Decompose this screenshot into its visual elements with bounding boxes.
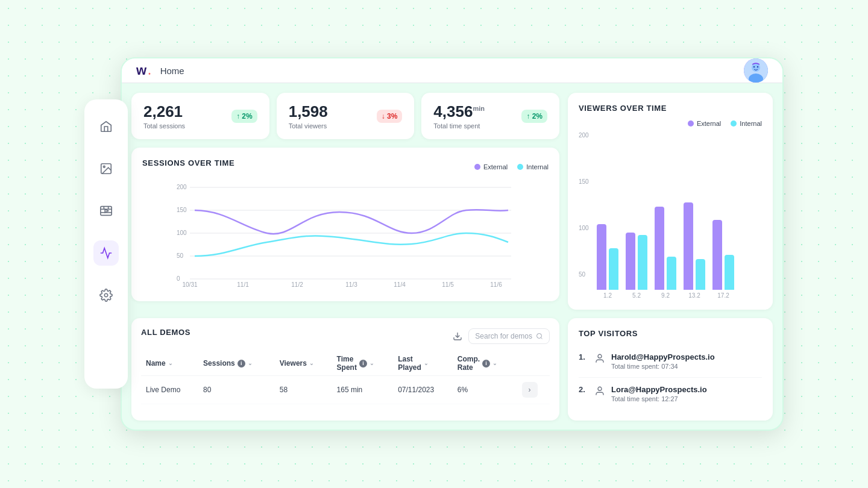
visitor-email-2: Lora@HappyProspects.io bbox=[611, 385, 707, 394]
svg-point-12 bbox=[757, 66, 758, 67]
row-detail-button[interactable]: › bbox=[522, 382, 538, 398]
demos-actions: Search for demos bbox=[453, 328, 550, 344]
search-box[interactable]: Search for demos bbox=[468, 328, 550, 344]
visitor-info-2: Lora@HappyProspects.io Total time spent:… bbox=[611, 385, 707, 402]
logo: w• bbox=[136, 63, 151, 78]
demos-table: Name⌄ Sessionsi⌄ Viewers⌄ TimeSpenti⌄ bbox=[141, 351, 550, 404]
main-panel: w• Home bbox=[121, 57, 784, 431]
viewers-legend-external-label: External bbox=[697, 120, 721, 127]
svg-rect-2 bbox=[101, 207, 112, 216]
row-action[interactable]: › bbox=[517, 376, 550, 404]
svg-text:50: 50 bbox=[177, 252, 184, 259]
svg-point-11 bbox=[753, 66, 755, 67]
svg-text:150: 150 bbox=[177, 207, 187, 213]
viewers-bar-chart: 50 100 150 200 1.25.29.213.217.2 bbox=[579, 132, 762, 299]
stat-viewers-label: Total viewers bbox=[289, 122, 328, 130]
stat-time-info: 4,356min Total time spent bbox=[433, 102, 485, 130]
header: w• Home bbox=[122, 58, 782, 83]
bar-group-0 bbox=[597, 224, 618, 290]
sessions-chart-legend: External Internal bbox=[474, 163, 549, 170]
svg-text:11/5: 11/5 bbox=[442, 281, 454, 288]
viewers-legend-internal-label: Internal bbox=[740, 120, 762, 127]
bar-chart-x-labels: 1.25.29.213.217.2 bbox=[579, 292, 762, 299]
visitor-item-1: 1. Harold@HappyProspects.io Total time s… bbox=[579, 345, 762, 378]
viewers-legend-external: External bbox=[688, 120, 721, 127]
sidebar-item-home[interactable] bbox=[93, 114, 119, 139]
bar-chart-y-labels: 50 100 150 200 bbox=[579, 132, 589, 278]
header-title: Home bbox=[160, 66, 184, 76]
all-demos-card: ALL DEMOS Search for demos bbox=[131, 318, 559, 421]
svg-text:11/4: 11/4 bbox=[394, 281, 406, 288]
sidebar-item-analytics[interactable] bbox=[93, 240, 119, 266]
bar-internal-4 bbox=[725, 255, 734, 290]
stat-viewers-value: 1,598 bbox=[289, 102, 328, 121]
sessions-line-chart: 0 50 100 150 200 bbox=[142, 180, 549, 288]
stat-card-time: 4,356min Total time spent ↑ 2% bbox=[421, 93, 559, 139]
bar-internal-1 bbox=[638, 235, 647, 290]
svg-text:11/3: 11/3 bbox=[345, 281, 357, 288]
svg-text:200: 200 bbox=[177, 184, 187, 190]
search-placeholder: Search for demos bbox=[475, 332, 532, 340]
stat-sessions-value: 2,261 bbox=[143, 102, 185, 121]
stat-time-badge: ↑ 2% bbox=[521, 110, 547, 123]
bar-group-3 bbox=[684, 202, 705, 290]
bar-internal-0 bbox=[609, 248, 618, 290]
bar-group-4 bbox=[712, 220, 734, 290]
row-comp-rate: 6% bbox=[453, 376, 517, 404]
row-last-played: 07/11/2023 bbox=[393, 376, 453, 404]
viewers-legend-external-dot bbox=[688, 120, 694, 127]
table-row: Live Demo 80 58 165 min 07/11/2023 6% › bbox=[141, 376, 550, 404]
viewers-chart-title: VIEWERS OVER TIME bbox=[579, 104, 762, 113]
y-label-0: 50 bbox=[579, 271, 589, 278]
row-name: Live Demo bbox=[141, 376, 198, 404]
sidebar-item-videos[interactable] bbox=[93, 198, 119, 224]
sessions-legend-external-dot bbox=[474, 164, 480, 170]
sessions-legend-internal: Internal bbox=[517, 163, 549, 170]
bar-group-2 bbox=[655, 207, 676, 290]
visitor-user-icon-1 bbox=[594, 353, 605, 366]
visitor-time-2: Total time spent: 12:27 bbox=[611, 395, 707, 402]
bar-external-2 bbox=[655, 207, 664, 290]
demos-title: ALL DEMOS bbox=[141, 328, 190, 337]
y-label-2: 150 bbox=[579, 178, 589, 185]
stat-time-value: 4,356min bbox=[433, 102, 485, 121]
bar-chart-area: 50 100 150 200 bbox=[579, 132, 762, 290]
bottom-section: ALL DEMOS Search for demos bbox=[131, 318, 773, 421]
bar-external-3 bbox=[684, 202, 693, 290]
col-comp-rate: Comp.Ratei⌄ bbox=[453, 351, 517, 376]
user-avatar[interactable] bbox=[744, 58, 768, 83]
bar-internal-2 bbox=[667, 257, 676, 290]
viewers-legend-internal-dot bbox=[731, 120, 737, 127]
demos-table-header: Name⌄ Sessionsi⌄ Viewers⌄ TimeSpenti⌄ bbox=[141, 351, 550, 376]
sessions-legend-internal-dot bbox=[517, 164, 523, 170]
svg-text:0: 0 bbox=[177, 275, 180, 282]
visitor-rank-2: 2. bbox=[579, 385, 588, 394]
svg-text:11/2: 11/2 bbox=[291, 281, 303, 288]
x-label-1: 5.2 bbox=[626, 292, 647, 299]
svg-point-1 bbox=[103, 166, 105, 167]
viewers-chart-legend: External Internal bbox=[579, 120, 762, 127]
bar-external-1 bbox=[626, 233, 635, 290]
line-chart-wrapper: 0 50 100 150 200 bbox=[142, 180, 549, 290]
sessions-legend-internal-label: Internal bbox=[526, 163, 549, 170]
bar-external-4 bbox=[712, 220, 722, 290]
x-label-2: 9.2 bbox=[655, 292, 676, 299]
viewers-over-time-card: VIEWERS OVER TIME External Internal 50 bbox=[568, 93, 773, 310]
y-label-3: 200 bbox=[579, 132, 589, 139]
sidebar-item-settings[interactable] bbox=[93, 283, 119, 308]
svg-point-33 bbox=[598, 387, 602, 390]
sidebar-item-gallery[interactable] bbox=[93, 156, 119, 181]
stat-viewers-badge: ↓ 3% bbox=[377, 110, 403, 123]
export-icon[interactable] bbox=[453, 331, 462, 341]
search-icon bbox=[536, 333, 543, 340]
sessions-legend-external: External bbox=[474, 163, 508, 170]
col-last-played: LastPlayed⌄ bbox=[393, 351, 453, 376]
stat-card-sessions: 2,261 Total sessions ↑ 2% bbox=[131, 93, 269, 139]
visitors-title: TOP VISITORS bbox=[579, 329, 762, 338]
col-sessions: Sessionsi⌄ bbox=[198, 351, 275, 376]
stat-sessions-badge: ↑ 2% bbox=[231, 110, 257, 123]
bar-external-0 bbox=[597, 224, 606, 290]
stat-time-label: Total time spent bbox=[433, 122, 485, 130]
visitor-item-2: 2. Lora@HappyProspects.io Total time spe… bbox=[579, 378, 762, 410]
svg-text:11/6: 11/6 bbox=[490, 281, 502, 288]
